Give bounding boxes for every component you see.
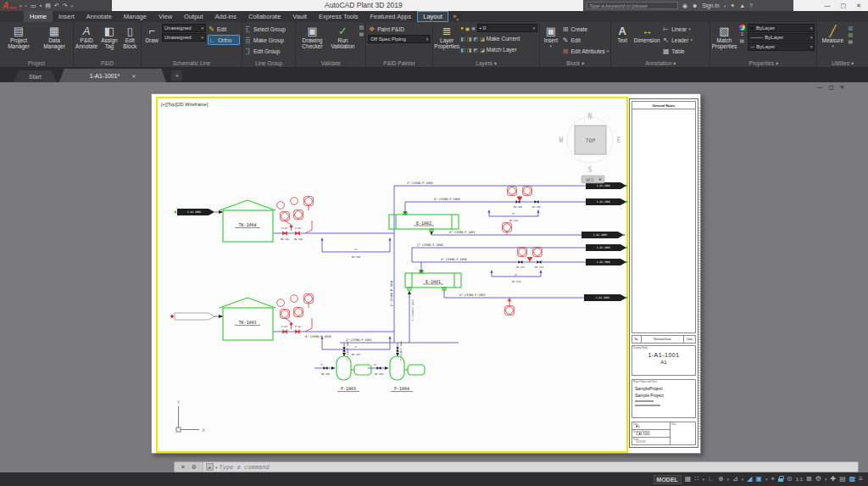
line-label[interactable]: 2"-CS300-P-1043 (346, 338, 372, 342)
line-label[interactable]: 4"-CS300-P-1050 (441, 258, 467, 261)
lineweight-combo[interactable]: —ByLayer▾ (748, 42, 815, 51)
ui-lock-icon[interactable] (778, 478, 783, 483)
line-label[interactable]: 2"-CS300-P-1046 (417, 243, 443, 247)
create-block-button[interactable]: ⊞Create (562, 24, 609, 34)
close-command-icon[interactable]: ✕ (181, 464, 186, 471)
layer-sun-icon[interactable]: ◉ (465, 25, 470, 31)
draw-button[interactable]: ⌐Draw (143, 24, 160, 59)
validate-mini-icon[interactable]: ▤ (359, 31, 364, 36)
panel-label-validate[interactable]: Validate (296, 59, 365, 68)
pipe-lines[interactable] (214, 186, 587, 368)
linear-button[interactable]: ⊢Linear▾ (662, 24, 693, 34)
layer-tool-icon[interactable]: ◪ (480, 36, 485, 42)
wrench-icon[interactable]: ⚙ (192, 464, 197, 471)
measure-button[interactable]: ╱Measure▾ (819, 24, 846, 59)
tab-express-tools[interactable]: Express Tools (313, 11, 364, 22)
plot-icon[interactable]: ▤ (45, 0, 51, 11)
annotation-monitor-icon[interactable]: ✚ (831, 472, 837, 486)
model-space-button[interactable]: MODEL (654, 475, 682, 484)
make-current-button[interactable]: Make Current (487, 33, 537, 43)
layer-properties-button[interactable]: ≣Layer Properties (435, 24, 459, 59)
ortho-toggle-button[interactable]: ∟Ortho (208, 35, 240, 45)
paint-pid-button[interactable]: ❖Paint P&ID (368, 24, 431, 34)
panel-label-project[interactable]: Project (0, 59, 73, 68)
line-label-vertical[interactable]: 2"-CS300-P-1041 (347, 341, 349, 361)
layer-on-icon[interactable]: ● (460, 25, 464, 31)
match-properties-button[interactable]: ▧Match Properties (712, 24, 736, 59)
viewcube-west[interactable]: W (559, 137, 564, 144)
panel-label-annotation[interactable]: Annotation ▾ (611, 59, 709, 68)
project-manager-button[interactable]: ▤Project Manager (2, 24, 36, 59)
layer-tool-icon[interactable]: ◧ (460, 36, 465, 42)
transparency-toggle-icon[interactable]: ⊙ (787, 472, 793, 486)
panel-label-schematic-line[interactable]: Schematic Line (142, 59, 242, 68)
layer-tool-icon[interactable]: ◪ (480, 47, 485, 53)
panel-label-pid-painter[interactable]: P&ID Painter (366, 59, 432, 68)
id-point-icon[interactable]: ▨ (848, 31, 853, 37)
lineweight-list-icon[interactable]: ▤ (740, 37, 745, 43)
command-line[interactable]: ✕ ⚙ ▸ ▾ (174, 461, 859, 472)
linetype-combo[interactable]: ———ByLayer▾ (748, 33, 815, 42)
polar-caret-icon[interactable]: ▾ (727, 477, 730, 482)
viewcube-north[interactable]: N (588, 113, 593, 120)
text-button[interactable]: AText (613, 24, 632, 59)
tab-close-icon[interactable]: ✕ (131, 73, 136, 79)
edit-group-button[interactable]: ⣹Edit Group (244, 46, 286, 56)
edit-block2-button[interactable]: ✎Edit (562, 35, 609, 45)
assign-tag-button[interactable]: ◧Assign Tag (99, 24, 119, 59)
isodraft-icon[interactable]: ⊿ (732, 472, 738, 486)
layer-combo[interactable]: ▪0▾ (477, 24, 537, 32)
line-label-vertical[interactable]: 2"-CS300-P-1054 (411, 299, 415, 321)
line-label[interactable]: 4"-CS300-P-1053 (459, 293, 486, 297)
ucs-icon[interactable]: Y X (176, 399, 205, 433)
layer-tool-icon[interactable]: ◩ (474, 47, 479, 53)
tab-insert[interactable]: Insert (53, 11, 81, 22)
tab-view[interactable]: View (153, 11, 178, 22)
run-validation-button[interactable]: ✓Run Validation (328, 24, 357, 59)
workspace-gear-icon[interactable]: ⚙ (815, 472, 821, 486)
search-input[interactable] (587, 2, 678, 9)
dw-restore-button[interactable]: ▢ (828, 84, 833, 91)
file-tab-drawing[interactable]: 1-A1-1001*✕ (59, 69, 166, 82)
label-p1004[interactable]: P-1004 (394, 386, 409, 391)
line-label[interactable]: 3"-CS300-P-1049 (407, 182, 433, 185)
viewport-border[interactable] (157, 98, 627, 452)
off-spec-piping-combo[interactable]: Off Spec Piping▾ (368, 35, 431, 43)
viewcube-top[interactable]: TOP (586, 137, 596, 144)
instrument-single-1[interactable] (503, 223, 512, 235)
search-icon[interactable]: ◉ (682, 3, 687, 9)
help-icon[interactable]: ? (749, 3, 753, 8)
open-file-icon[interactable]: ▭ (31, 0, 36, 11)
layer-freeze-icon[interactable]: ✻ (471, 25, 476, 31)
app-store-icon[interactable]: ✦ (730, 3, 735, 9)
color-wheel-icon[interactable] (739, 25, 745, 31)
edit-block-button[interactable]: ▯Edit Block (121, 24, 139, 59)
data-manager-button[interactable]: ▦Data Manager (37, 24, 71, 59)
workspace-caret-icon[interactable]: ▾ (825, 477, 827, 482)
label-tk1003[interactable]: TK-1003 (238, 320, 256, 325)
otrack-toggle-icon[interactable]: ▣ (755, 472, 762, 486)
command-caret-icon[interactable]: ▾ (215, 465, 218, 470)
autocad-logo-icon[interactable]: A (3, 2, 8, 10)
undo-icon[interactable]: ↶ (54, 0, 59, 11)
tab-vault[interactable]: Vault (287, 11, 313, 22)
instrument-pair-1[interactable] (508, 187, 532, 202)
panel-label-line-group[interactable]: Line Group (242, 59, 295, 68)
viewcube[interactable]: N W E S TOP (559, 113, 621, 174)
panel-label-pid[interactable]: P&ID (74, 59, 141, 68)
sign-in-button[interactable]: Sign In (702, 3, 719, 8)
instrument-pair-2[interactable] (518, 248, 542, 262)
paste-icon[interactable]: ▥ (848, 25, 853, 31)
command-input[interactable] (220, 464, 858, 471)
quick-calc-icon[interactable]: ▤ (848, 38, 853, 44)
label-tk1004[interactable]: TK-1004 (238, 222, 256, 227)
isodraft-caret-icon[interactable]: ▾ (742, 477, 744, 482)
grid-toggle-icon[interactable]: ▦ (685, 472, 692, 486)
viewcube-south[interactable]: S (588, 166, 593, 174)
label-e1001[interactable]: E-1001 (426, 279, 441, 284)
minimize-button[interactable]: — (825, 3, 831, 8)
validate-mini-icon[interactable]: ▥ (359, 24, 364, 30)
color-combo[interactable]: ■ByLayer▾ (748, 24, 815, 32)
ortho-toggle-icon[interactable]: ∟ (708, 472, 715, 486)
osnap-toggle-icon[interactable]: ◢ (747, 472, 752, 486)
